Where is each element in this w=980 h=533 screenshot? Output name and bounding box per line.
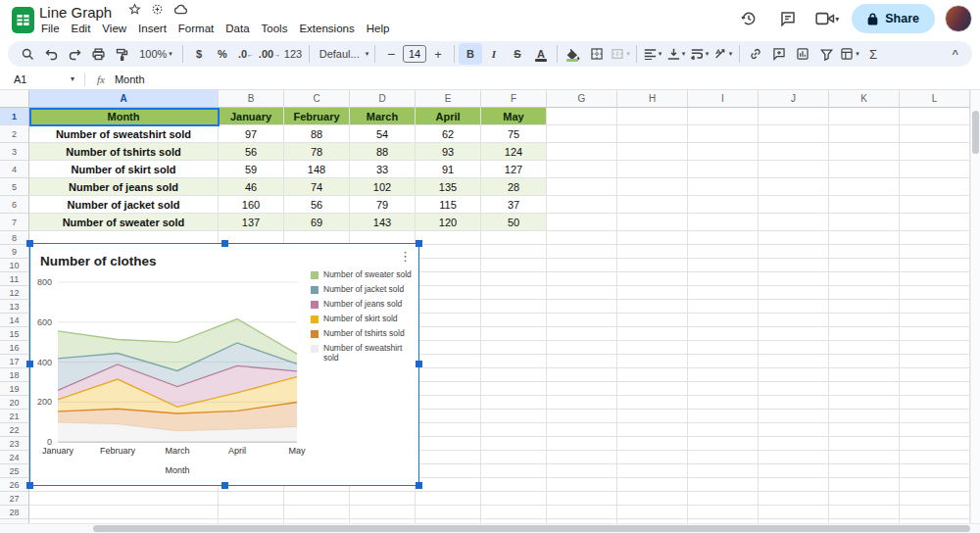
- cell-K17[interactable]: [829, 355, 900, 368]
- cell-J18[interactable]: [759, 368, 829, 382]
- cell-L27[interactable]: [900, 492, 970, 506]
- sheets-logo-icon[interactable]: [10, 7, 36, 33]
- menu-file[interactable]: File: [35, 21, 66, 36]
- cell-H25[interactable]: [617, 464, 688, 478]
- row-header-24[interactable]: 24: [0, 451, 29, 464]
- cell-K9[interactable]: [829, 245, 900, 259]
- cell-I23[interactable]: [688, 437, 759, 451]
- cell-I21[interactable]: [688, 410, 759, 423]
- row-header-16[interactable]: 16: [0, 341, 29, 355]
- cell-B27[interactable]: [219, 492, 284, 506]
- cell-D27[interactable]: [350, 492, 416, 506]
- cell-H2[interactable]: [617, 125, 688, 143]
- cell-L23[interactable]: [900, 437, 970, 451]
- cell-H10[interactable]: [617, 259, 688, 272]
- cell-G11[interactable]: [547, 272, 617, 286]
- cell-E8[interactable]: [416, 231, 481, 245]
- format-percent-button[interactable]: %: [211, 43, 234, 65]
- cell-D4[interactable]: 33: [350, 161, 416, 178]
- row-header-4[interactable]: 4: [0, 161, 29, 178]
- cell-F28[interactable]: [481, 506, 547, 519]
- cell-A3[interactable]: Number of tshirts sold: [29, 143, 219, 161]
- cell-K18[interactable]: [829, 368, 900, 382]
- cell-C4[interactable]: 148: [284, 161, 350, 178]
- row-header-3[interactable]: 3: [0, 143, 29, 161]
- cell-L13[interactable]: [900, 300, 970, 314]
- cell-F19[interactable]: [481, 382, 547, 396]
- cell-C7[interactable]: 69: [284, 214, 350, 231]
- cell-L22[interactable]: [900, 423, 970, 437]
- cell-J19[interactable]: [759, 382, 829, 396]
- cell-F23[interactable]: [481, 437, 547, 451]
- cell-K12[interactable]: [829, 286, 900, 300]
- cell-G3[interactable]: [547, 143, 617, 161]
- cell-L10[interactable]: [900, 259, 970, 272]
- cell-G5[interactable]: [547, 178, 617, 196]
- cell-I25[interactable]: [688, 464, 759, 478]
- cell-K24[interactable]: [829, 451, 900, 464]
- row-header-7[interactable]: 7: [0, 214, 29, 231]
- text-wrap-icon[interactable]: ▾: [688, 43, 711, 65]
- cell-H8[interactable]: [617, 231, 688, 245]
- cell-J6[interactable]: [759, 196, 829, 214]
- cell-L5[interactable]: [900, 178, 970, 196]
- cell-G9[interactable]: [547, 245, 617, 259]
- number-format-button[interactable]: 123: [281, 43, 305, 65]
- cell-F20[interactable]: [481, 396, 547, 410]
- vertical-scrollbar-track[interactable]: [970, 90, 980, 523]
- row-header-12[interactable]: 12: [0, 286, 29, 300]
- cell-C27[interactable]: [284, 492, 350, 506]
- chart-handle-sw[interactable]: [26, 482, 33, 489]
- cell-D2[interactable]: 54: [350, 125, 416, 143]
- cell-E7[interactable]: 120: [416, 214, 481, 231]
- meet-video-icon[interactable]: ▾: [812, 4, 842, 33]
- table-views-icon[interactable]: ▾: [838, 43, 861, 65]
- cell-E16[interactable]: [416, 341, 481, 355]
- comments-icon[interactable]: [773, 4, 803, 33]
- cell-E27[interactable]: [416, 492, 481, 506]
- cell-H7[interactable]: [617, 214, 688, 231]
- cell-I16[interactable]: [688, 341, 759, 355]
- cell-C2[interactable]: 88: [284, 125, 350, 143]
- cell-G15[interactable]: [547, 327, 617, 341]
- row-header-14[interactable]: 14: [0, 314, 29, 327]
- cell-F11[interactable]: [481, 272, 547, 286]
- cloud-status-icon[interactable]: [173, 3, 188, 16]
- cell-J28[interactable]: [759, 506, 829, 519]
- cell-F18[interactable]: [481, 368, 547, 382]
- cell-L26[interactable]: [900, 478, 970, 492]
- insert-chart-icon[interactable]: [791, 43, 814, 65]
- cell-H20[interactable]: [617, 396, 688, 410]
- cell-F3[interactable]: 124: [481, 143, 547, 161]
- redo-icon[interactable]: [63, 43, 86, 65]
- cell-F7[interactable]: 50: [481, 214, 547, 231]
- cell-G25[interactable]: [547, 464, 617, 478]
- row-header-19[interactable]: 19: [0, 382, 29, 396]
- cell-K28[interactable]: [829, 506, 900, 519]
- cell-L18[interactable]: [900, 368, 970, 382]
- cell-E5[interactable]: 135: [416, 178, 481, 196]
- cell-G13[interactable]: [547, 300, 617, 314]
- row-header-28[interactable]: 28: [0, 506, 29, 519]
- cell-G12[interactable]: [547, 286, 617, 300]
- cell-E28[interactable]: [416, 506, 481, 519]
- cell-L8[interactable]: [900, 231, 970, 245]
- cell-B4[interactable]: 59: [219, 161, 284, 178]
- cell-H14[interactable]: [617, 314, 688, 327]
- cell-D28[interactable]: [350, 506, 416, 519]
- cell-E2[interactable]: 62: [416, 125, 481, 143]
- menu-help[interactable]: Help: [361, 21, 396, 36]
- cell-F6[interactable]: 37: [481, 196, 547, 214]
- cell-F2[interactable]: 75: [481, 125, 547, 143]
- chart-handle-s[interactable]: [221, 482, 228, 489]
- cell-E26[interactable]: [416, 478, 481, 492]
- cell-H6[interactable]: [617, 196, 688, 214]
- cell-J15[interactable]: [759, 327, 829, 341]
- undo-icon[interactable]: [39, 43, 63, 65]
- cell-F4[interactable]: 127: [481, 161, 547, 178]
- cell-J8[interactable]: [759, 231, 829, 245]
- column-header-D[interactable]: D: [350, 90, 416, 108]
- cell-H28[interactable]: [617, 506, 688, 519]
- cell-A1[interactable]: Month: [29, 108, 219, 125]
- cell-A4[interactable]: Number of skirt sold: [29, 161, 219, 178]
